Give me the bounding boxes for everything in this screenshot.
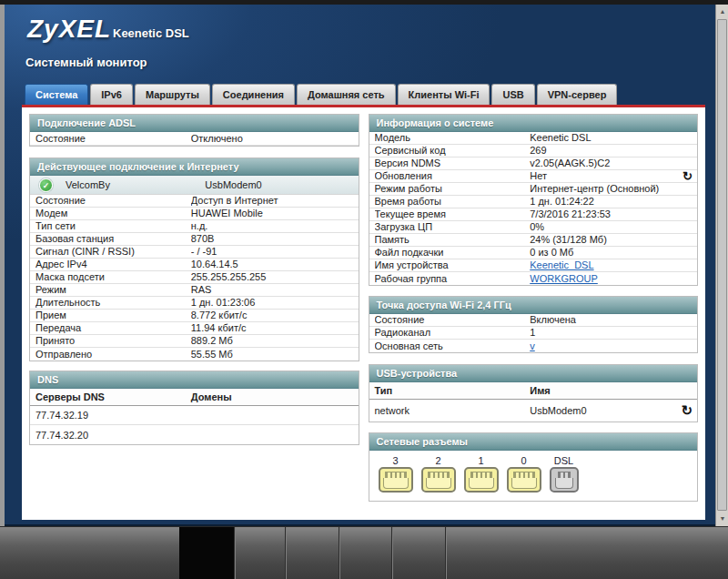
tab-system[interactable]: Система <box>25 84 88 105</box>
table-row: СостояниеДоступ в Интернет <box>30 195 359 208</box>
usb-device-name: UsbModem0 <box>530 405 692 416</box>
toolbar-divider <box>391 527 393 579</box>
port-3: 3 <box>379 455 413 493</box>
internet-panel-title: Действующее подключение к Интернету <box>30 158 359 176</box>
dns-server: 77.74.32.20 <box>35 430 191 441</box>
row-label: Отправлено <box>35 349 191 361</box>
scrollbar-thumb[interactable] <box>717 19 727 511</box>
tab-connections[interactable]: Соединения <box>212 84 295 105</box>
row-value: 24% (31/128 Мб) <box>530 234 692 246</box>
row-label: Базовая станция <box>35 233 191 245</box>
row-value: 10.64.14.5 <box>191 259 353 270</box>
row-value: HUAWEI Mobile <box>191 208 353 219</box>
usb-panel: USB-устройства Тип Имя network UsbModem0… <box>369 364 699 422</box>
table-row: Рабочая группа WORKGROUP <box>369 272 698 285</box>
port-label: 3 <box>379 455 413 467</box>
wifi-panel-title: Точка доступа Wi-Fi 2,4 ГГц <box>369 297 698 314</box>
device-name-link[interactable]: Keenetic_DSL <box>530 259 593 270</box>
table-row: РежимRAS <box>30 284 359 297</box>
usb-table-header: Тип Имя <box>369 382 698 400</box>
row-label: Модель <box>375 132 531 144</box>
adsl-panel: Подключение ADSL Состояние Отключено <box>29 114 359 147</box>
page-title: Системный монитор <box>25 56 147 69</box>
tab-ipv6[interactable]: IPv6 <box>90 84 133 105</box>
product-name: Keenetic DSL <box>113 26 189 40</box>
scroll-down-button[interactable]: ▼ <box>716 512 728 526</box>
table-row: МодемHUAWEI Mobile <box>30 208 359 220</box>
dns-server: 77.74.32.19 <box>35 410 191 421</box>
row-value: 7/3/2016 21:23:53 <box>530 208 692 220</box>
row-label: Основная сеть <box>375 340 531 352</box>
system-info-panel: Информация о системе МодельKeenetic DSL … <box>369 114 699 286</box>
green-check-icon: ✓ <box>39 178 53 192</box>
table-row: Состояние Отключено <box>30 132 359 146</box>
system-panel-title: Информация о системе <box>369 115 698 132</box>
tab-routes[interactable]: Маршруты <box>135 84 210 105</box>
tab-vpn-server[interactable]: VPN-сервер <box>537 84 618 105</box>
row-label: Версия NDMS <box>375 157 531 169</box>
internet-connection-panel: Действующее подключение к Интернету ✓ Ve… <box>29 157 359 361</box>
router-admin-page: ZyXEL Keenetic DSL Системный монитор Сис… <box>0 0 728 579</box>
table-row: Передача11.94 кбит/с <box>30 322 359 335</box>
row-value: - / -91 <box>191 246 353 258</box>
table-row: Файл подкачки0 из 0 Мб <box>369 247 698 259</box>
port-label: 1 <box>464 455 499 467</box>
table-row: Маска подсети255.255.255.255 <box>30 271 359 284</box>
table-row: Тип сетин.д. <box>30 220 359 233</box>
row-value: Доступ в Интернет <box>191 195 353 207</box>
dns-panel: DNS Серверы DNS Домены 77.74.32.19 77.74… <box>29 371 359 445</box>
row-label: Маска подсети <box>35 271 191 283</box>
dns-table-header: Серверы DNS Домены <box>30 389 359 406</box>
table-row: Память24% (31/128 Мб) <box>369 234 698 247</box>
port-dsl: DSL <box>550 455 579 493</box>
dsl-port-icon <box>550 467 579 493</box>
content-area: Подключение ADSL Состояние Отключено Дей… <box>22 107 705 520</box>
table-row: Имя устройства Keenetic_DSL <box>369 259 698 272</box>
row-label: Состояние <box>375 314 531 326</box>
table-row: 77.74.32.20 <box>30 425 359 444</box>
row-value: 8.772 кбит/с <box>191 310 353 321</box>
tab-usb[interactable]: USB <box>491 84 534 105</box>
table-row: 77.74.32.19 <box>30 406 359 425</box>
row-value: 0 из 0 Мб <box>530 247 692 259</box>
wifi-panel: Точка доступа Wi-Fi 2,4 ГГц СостояниеВкл… <box>369 296 699 353</box>
row-label: Принято <box>35 335 191 347</box>
toolbar-divider <box>445 527 447 579</box>
row-value: 55.55 Мб <box>191 349 353 361</box>
main-network-link[interactable]: v <box>530 340 535 351</box>
table-row: Прием8.772 кбит/с <box>30 310 359 322</box>
scroll-up-button[interactable]: ▲ <box>716 5 728 19</box>
row-value: Включена <box>530 314 692 326</box>
table-row: СостояниеВключена <box>369 314 698 327</box>
table-row: Основная сеть v <box>369 340 698 352</box>
zyxel-logo: ZyXEL <box>27 15 111 44</box>
vertical-scrollbar[interactable]: ▲ ▼ <box>715 5 728 526</box>
row-label: Длительность <box>35 297 191 309</box>
active-toolbar-slot <box>179 527 235 579</box>
ports-panel-title: Сетевые разъемы <box>369 433 698 451</box>
workgroup-link[interactable]: WORKGROUP <box>530 273 598 284</box>
refresh-updates-icon[interactable]: ↻ <box>682 170 693 183</box>
active-connection-row: ✓ VelcomBy UsbModem0 <box>30 176 359 195</box>
table-row: Принято889.2 Мб <box>30 335 359 348</box>
row-label: Передача <box>35 322 191 334</box>
table-row: Радиоканал1 <box>369 327 698 340</box>
tab-home-network[interactable]: Домашняя сеть <box>297 84 396 105</box>
row-label: Имя устройства <box>375 259 531 271</box>
usb-refresh-icon[interactable]: ↻ <box>681 400 693 422</box>
tab-wifi-clients[interactable]: Клиенты Wi-Fi <box>398 84 490 105</box>
row-value: 889.2 Мб <box>191 335 353 347</box>
row-value: 870B <box>191 233 353 245</box>
row-label: Режим <box>35 284 191 296</box>
table-row: Текущее время7/3/2016 21:23:53 <box>369 208 698 221</box>
row-label: Прием <box>35 310 191 321</box>
table-row: Версия NDMSv2.05(AAGK.5)C2 <box>369 157 698 170</box>
row-label: Память <box>375 234 531 246</box>
port-2: 2 <box>421 455 456 493</box>
dns-panel-title: DNS <box>30 371 359 389</box>
table-row: Адрес IPv410.64.14.5 <box>30 259 359 271</box>
row-value: RAS <box>191 284 353 296</box>
table-row: МодельKeenetic DSL <box>369 132 698 145</box>
column-header: Тип <box>375 382 531 399</box>
ethernet-port-icon <box>507 467 541 493</box>
